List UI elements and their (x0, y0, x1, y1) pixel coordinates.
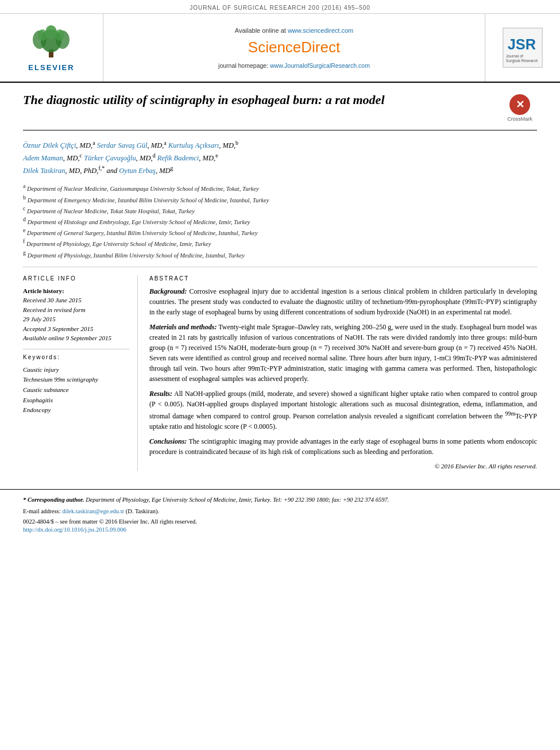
affiliation-g: g Department of Physiology, Istanbul Bil… (23, 249, 537, 260)
article-history: Article history: Received 30 June 2015 R… (23, 286, 129, 343)
conclusions-text: The scintigraphic imaging may provide ad… (149, 437, 537, 456)
title-section: The diagnostic utility of scintigraphy i… (23, 92, 537, 130)
accepted-date: Accepted 3 September 2015 (23, 324, 129, 334)
keyword-esophagitis: Esophagitis (23, 395, 129, 406)
elsevier-tree-icon (28, 24, 74, 61)
keyword-technesium: Technesium 99m scintigraphy (23, 375, 129, 385)
authors-line1: Öznur Dilek Çiftçi, MD,a Serdar Savaş Gü… (23, 139, 537, 151)
revised-label: Received in revised form (23, 305, 129, 315)
article-info-column: ARTICLE INFO Article history: Received 3… (23, 275, 138, 471)
methods-text: Twenty-eight male Sprague–Dawley rats, w… (149, 323, 537, 383)
keywords-label: Keywords: (23, 354, 129, 360)
conclusions-label: Conclusions: (149, 437, 187, 445)
main-content: The diagnostic utility of scintigraphy i… (0, 83, 560, 480)
crossmark[interactable]: ✕ CrossMark (503, 94, 537, 122)
crossmark-label: CrossMark (507, 116, 532, 122)
footer-doi: http://dx.doi.org/10.1016/j.jss.2015.09.… (23, 526, 537, 533)
jsr-box: JSR Journal of Surgical Research (503, 28, 543, 68)
authors-line2: Adem Maman, MD,c Türker Çavuşoğlu, MD,d … (23, 151, 537, 164)
journal-bar-text: JOURNAL OF SURGICAL RESEARCH 200 (2016) … (190, 5, 370, 11)
affiliation-c: c Department of Nuclear Medicine, Tokat … (23, 205, 537, 216)
affiliation-f: f Department of Physiology, Ege Universi… (23, 237, 537, 248)
abstract-methods: Materials and methods: Twenty-eight male… (149, 322, 537, 384)
history-dates: Received 30 June 2015 Received in revise… (23, 295, 129, 343)
svg-point-5 (38, 29, 47, 41)
journal-homepage: journal homepage: www.JournalofSurgicalR… (218, 62, 370, 69)
header-center: Available online at www.sciencedirect.co… (103, 14, 485, 82)
header-left: ELSEVIER (0, 14, 103, 82)
abstract-conclusions: Conclusions: The scintigraphic imaging m… (149, 436, 537, 457)
article-info-label: ARTICLE INFO (23, 275, 129, 282)
svg-text:Journal of: Journal of (506, 54, 523, 58)
revised-date: 29 July 2015 (23, 314, 129, 324)
elsevier-logo: ELSEVIER (28, 24, 74, 72)
footer-email-line: E-mail address: dilek.taskiran@ege.edu.t… (23, 507, 537, 516)
copyright-text: © 2016 Elsevier Inc. All rights reserved… (149, 461, 537, 471)
affiliation-b: b Department of Emergency Medicine, Ista… (23, 194, 537, 205)
corresponding-note: * Corresponding author. Department of Ph… (23, 495, 537, 505)
results-label: Results: (149, 390, 172, 398)
received-date: Received 30 June 2015 (23, 295, 129, 305)
article-title: The diagnostic utility of scintigraphy i… (23, 92, 503, 109)
abstract-column: ABSTRACT Background: Corrosive esophagea… (149, 275, 537, 471)
footer-area: * Corresponding author. Department of Ph… (0, 489, 560, 541)
methods-label: Materials and methods: (149, 323, 217, 331)
header-right: JSR Journal of Surgical Research (485, 14, 560, 82)
email-label: E-mail address: (23, 508, 61, 514)
crossmark-circle: ✕ (509, 94, 530, 115)
results-text: All NaOH-applied groups (mild, moderate,… (149, 390, 537, 430)
svg-text:JSR: JSR (508, 36, 536, 52)
page: JOURNAL OF SURGICAL RESEARCH 200 (2016) … (0, 0, 560, 750)
affiliation-e: e Department of General Surgery, Istanbu… (23, 226, 537, 237)
affiliation-a: a Department of Nuclear Medicine, Gazios… (23, 182, 537, 193)
svg-text:Surgical Research: Surgical Research (506, 59, 538, 63)
affiliation-d: d Department of Histology and Embryology… (23, 216, 537, 226)
background-text: Corrosive esophageal injury due to accid… (149, 287, 537, 316)
authors-line3: Dilek Taskiran, MD, PhD,f,* and Oytun Er… (23, 164, 537, 176)
doi-link[interactable]: http://dx.doi.org/10.1016/j.jss.2015.09.… (23, 526, 126, 533)
journal-bar: JOURNAL OF SURGICAL RESEARCH 200 (2016) … (0, 0, 560, 14)
keyword-caustic-substance: Caustic substance (23, 385, 129, 395)
two-columns: ARTICLE INFO Article history: Received 3… (23, 275, 537, 471)
keyword-endoscopy: Endoscopy (23, 405, 129, 416)
keyword-caustic-injury: Caustic injury (23, 365, 129, 375)
available-online-text: Available online at www.sciencedirect.co… (235, 27, 353, 34)
svg-point-4 (45, 25, 57, 39)
footer-copyright: 0022-4804/$ – see front matter © 2016 El… (23, 517, 537, 526)
corresponding-text: Department of Physiology, Ege University… (86, 497, 389, 503)
affiliations-section: a Department of Nuclear Medicine, Gazios… (23, 182, 537, 267)
elsevier-brand-text: ELSEVIER (28, 63, 74, 72)
abstract-content: Background: Corrosive esophageal injury … (149, 286, 537, 471)
sciencedirect-brand: ScienceDirect (248, 39, 340, 56)
keywords-section: Keywords: Caustic injury Technesium 99m … (23, 349, 129, 416)
jsr-logo: JSR Journal of Surgical Research (503, 28, 543, 68)
abstract-background: Background: Corrosive esophageal injury … (149, 286, 537, 317)
background-label: Background: (149, 287, 187, 295)
svg-point-6 (55, 29, 64, 41)
header-area: ELSEVIER Available online at www.science… (0, 14, 560, 83)
email-link[interactable]: dilek.taskiran@ege.edu.tr (62, 508, 124, 514)
abstract-label: ABSTRACT (149, 275, 537, 282)
jsr-logo-icon: JSR Journal of Surgical Research (503, 28, 542, 68)
abstract-results: Results: All NaOH-applied groups (mild, … (149, 389, 537, 432)
authors-section: Öznur Dilek Çiftçi, MD,a Serdar Savaş Gü… (23, 139, 537, 176)
sciencedirect-url[interactable]: www.sciencedirect.com (288, 27, 353, 34)
email-note: (D. Taskiran). (126, 508, 159, 514)
available-date: Available online 9 September 2015 (23, 333, 129, 343)
history-label: Article history: (23, 286, 129, 296)
journal-homepage-link[interactable]: www.JournalofSurgicalResearch.com (270, 62, 370, 69)
